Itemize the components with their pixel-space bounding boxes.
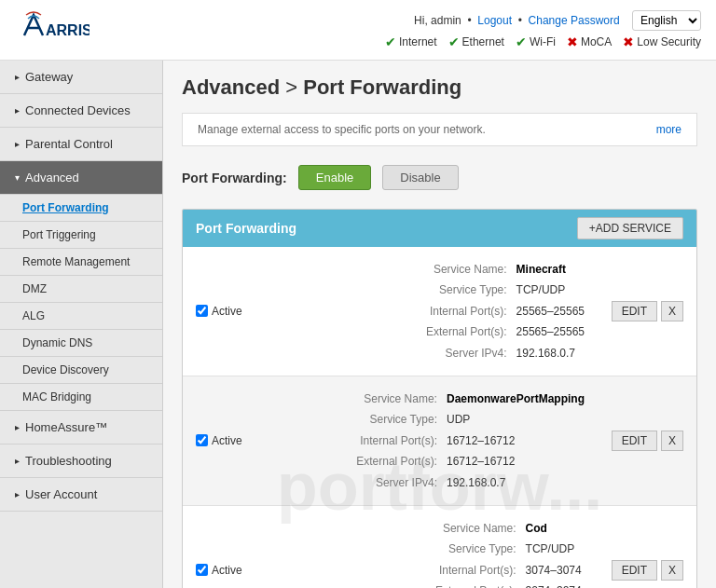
sidebar-item-label: Troubleshooting xyxy=(25,454,112,468)
homeassure-arrow-icon: ▸ xyxy=(15,422,20,432)
sidebar-item-connected-devices[interactable]: ▸ Connected Devices xyxy=(0,94,162,128)
table-header: Port Forwarding +ADD SERVICE xyxy=(183,210,696,247)
page-title: Advanced > Port Forwarding xyxy=(182,75,697,100)
field-label-extport: External Port(s): xyxy=(432,581,520,588)
external-ports-1: 25565–25565 xyxy=(513,322,588,341)
moca-label: MoCA xyxy=(581,35,612,48)
sidebar-sub-device-discovery[interactable]: Device Discovery xyxy=(0,357,162,384)
row-active-checkbox-1: Active xyxy=(196,305,270,318)
sub-label: Port Forwarding xyxy=(22,201,109,214)
logout-link[interactable]: Logout xyxy=(477,14,512,27)
sub-label: Dynamic DNS xyxy=(22,336,92,349)
main-content: Advanced > Port Forwarding Manage extern… xyxy=(163,61,716,588)
sidebar-sub-port-triggering[interactable]: Port Triggering xyxy=(0,222,162,249)
sidebar-item-label: Advanced xyxy=(25,171,79,185)
sidebar-item-troubleshooting[interactable]: ▸ Troubleshooting xyxy=(0,444,162,478)
user-account-arrow-icon: ▸ xyxy=(15,489,20,499)
sidebar: ▸ Gateway ▸ Connected Devices ▸ Parental… xyxy=(0,61,163,588)
status-bar: ✔ Internet ✔ Ethernet ✔ Wi-Fi ✖ MoCA ✖ L… xyxy=(385,34,701,49)
field-label-intport: Internal Port(s): xyxy=(422,302,511,321)
sidebar-sub-remote-management[interactable]: Remote Management xyxy=(0,249,162,276)
external-ports-3: 3074–3074 xyxy=(522,581,588,588)
wifi-label: Wi-Fi xyxy=(530,35,556,48)
sidebar-item-label: Connected Devices xyxy=(25,103,131,117)
change-password-link[interactable]: Change Password xyxy=(529,14,620,27)
active-checkbox-2[interactable] xyxy=(196,434,208,446)
sidebar-sub-alg[interactable]: ALG xyxy=(0,303,162,330)
layout: ▸ Gateway ▸ Connected Devices ▸ Parental… xyxy=(0,61,716,588)
sidebar-item-user-account[interactable]: ▸ User Account xyxy=(0,478,162,512)
sidebar-item-gateway[interactable]: ▸ Gateway xyxy=(0,61,162,94)
service-type-1: TCP/UDP xyxy=(513,280,588,299)
sidebar-sub-dmz[interactable]: DMZ xyxy=(0,276,162,303)
low-security-status-icon: ✖ xyxy=(623,34,634,49)
enable-button[interactable]: Enable xyxy=(298,165,371,190)
row-actions-2: EDIT X xyxy=(609,431,683,451)
edit-button-3[interactable]: EDIT xyxy=(612,560,657,581)
field-label-extport: External Port(s): xyxy=(422,322,511,341)
active-checkbox-3[interactable] xyxy=(196,564,208,576)
sidebar-item-label: HomeAssure™ xyxy=(25,420,107,434)
sub-label: DMZ xyxy=(22,282,47,295)
troubleshooting-arrow-icon: ▸ xyxy=(15,456,20,466)
info-bar: Manage external access to specific ports… xyxy=(182,113,697,146)
status-low-security: ✖ Low Security xyxy=(623,34,701,49)
sidebar-item-label: Parental Control xyxy=(25,137,113,151)
service-name-2: DaemonwarePortMapping xyxy=(443,390,588,408)
logo-area: ARRIS xyxy=(15,7,90,52)
status-ethernet: ✔ Ethernet xyxy=(448,34,504,49)
header-right: Hi, admin • Logout • Change Password Eng… xyxy=(385,10,701,49)
port-forwarding-label: Port Forwarding: xyxy=(182,171,287,185)
sidebar-item-advanced[interactable]: ▾ Advanced xyxy=(0,161,162,195)
internet-label: Internet xyxy=(399,35,437,48)
table-row: Active Service Name:Cod Service Type:TCP… xyxy=(183,506,696,588)
port-forwarding-enable-row: Port Forwarding: Enable Disable xyxy=(182,159,697,196)
service-info-2: Service Name:DaemonwarePortMapping Servi… xyxy=(280,388,599,494)
language-select[interactable]: English Spanish French xyxy=(632,10,701,31)
sidebar-sub-port-forwarding[interactable]: Port Forwarding xyxy=(0,195,162,222)
sidebar-sub-dynamic-dns[interactable]: Dynamic DNS xyxy=(0,330,162,357)
disable-button[interactable]: Disable xyxy=(382,165,458,190)
active-label-1: Active xyxy=(212,305,242,318)
field-label-extport: External Port(s): xyxy=(352,452,441,471)
status-wifi: ✔ Wi-Fi xyxy=(516,34,556,49)
internet-status-icon: ✔ xyxy=(385,34,396,49)
info-text: Manage external access to specific ports… xyxy=(198,123,486,136)
row-active-checkbox-3: Active xyxy=(196,564,270,577)
edit-button-1[interactable]: EDIT xyxy=(612,301,657,321)
field-label-intport: Internal Port(s): xyxy=(352,431,441,450)
edit-button-2[interactable]: EDIT xyxy=(612,431,657,451)
table-title: Port Forwarding xyxy=(196,221,296,236)
more-link[interactable]: more xyxy=(656,123,682,136)
wifi-status-icon: ✔ xyxy=(516,34,527,49)
header-user-info: Hi, admin • Logout • Change Password Eng… xyxy=(414,10,701,31)
service-name-1: Minecraft xyxy=(513,260,588,279)
field-label-svctype: Service Type: xyxy=(432,540,520,558)
sidebar-item-label: Gateway xyxy=(25,70,73,84)
add-service-button[interactable]: +ADD SERVICE xyxy=(577,217,683,239)
sub-label: ALG xyxy=(22,309,45,322)
field-label-ipv4: Server IPv4: xyxy=(422,344,511,362)
sub-label: Port Triggering xyxy=(22,228,96,241)
sidebar-item-parental-control[interactable]: ▸ Parental Control xyxy=(0,128,162,161)
field-label-intport: Internal Port(s): xyxy=(432,561,520,580)
sidebar-sub-mac-bridging[interactable]: MAC Bridging xyxy=(0,384,162,411)
sub-label: Remote Management xyxy=(22,255,130,268)
delete-button-3[interactable]: X xyxy=(661,560,683,581)
ethernet-status-icon: ✔ xyxy=(448,34,460,49)
field-label-svcname: Service Name: xyxy=(432,519,520,538)
service-info-3: Service Name:Cod Service Type:TCP/UDP In… xyxy=(280,517,599,588)
advanced-arrow-icon: ▾ xyxy=(15,172,20,183)
delete-button-1[interactable]: X xyxy=(661,301,683,321)
delete-button-2[interactable]: X xyxy=(661,431,683,451)
server-ipv4-2: 192.168.0.7 xyxy=(443,473,588,492)
row-actions-3: EDIT X xyxy=(609,560,683,581)
status-moca: ✖ MoCA xyxy=(567,34,612,49)
sidebar-item-homeassure[interactable]: ▸ HomeAssure™ xyxy=(0,411,162,444)
svg-text:ARRIS: ARRIS xyxy=(46,22,90,38)
active-checkbox-1[interactable] xyxy=(196,305,208,317)
external-ports-2: 16712–16712 xyxy=(443,452,588,471)
row-active-checkbox-2: Active xyxy=(196,434,270,447)
sub-label: MAC Bridging xyxy=(22,390,91,403)
service-type-2: UDP xyxy=(443,410,588,429)
